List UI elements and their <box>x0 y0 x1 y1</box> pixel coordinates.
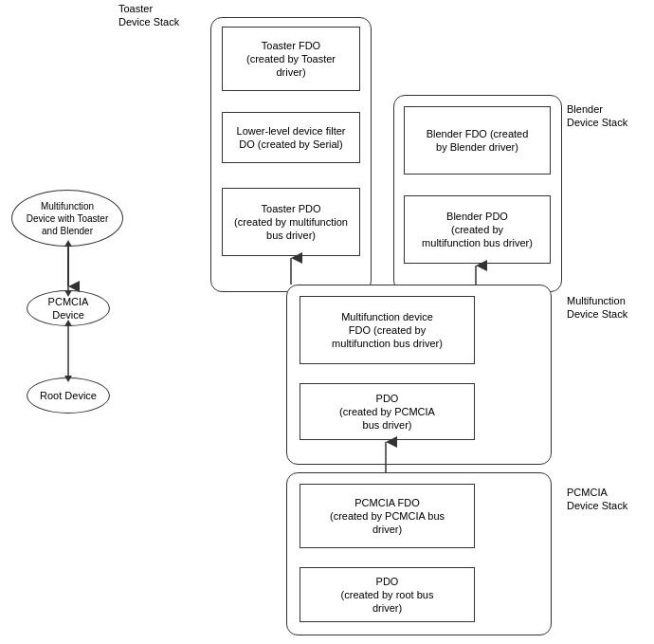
toaster-pdo-box: Toaster PDO(created by multifunctionbus … <box>222 188 360 256</box>
root-device-oval: Root Device <box>27 377 110 414</box>
pdo-pcmcia-box: PDO(created by PCMCIAbus driver) <box>300 383 475 440</box>
blender-stack-label: BlenderDevice Stack <box>567 102 643 130</box>
pcmcia-stack-label: PCMCIADevice Stack <box>567 486 643 513</box>
pcmcia-device-oval: PCMCIA Device <box>27 290 110 326</box>
multifunction-fdo-box: Multifunction deviceFDO (created bymulti… <box>300 296 475 364</box>
blender-pdo-box: Blender PDO(created bymultifunction bus … <box>404 195 551 264</box>
pcmcia-fdo-box: PCMCIA FDO(created by PCMCIA busdriver) <box>300 484 475 548</box>
lower-filter-box: Lower-level device filterDO (created by … <box>222 112 360 163</box>
blender-fdo-box: Blender FDO (createdby Blender driver) <box>404 106 551 175</box>
multifunction-device-oval: MultifunctionDevice with Toasterand Blen… <box>11 190 123 247</box>
toaster-fdo-box: Toaster FDO(created by Toasterdriver) <box>222 27 360 91</box>
toaster-stack-label: ToasterDevice Stack <box>118 2 204 29</box>
pdo-root-box: PDO(created by root busdriver) <box>300 567 475 622</box>
multifunction-stack-label: MultifunctionDevice Stack <box>567 294 643 322</box>
diagram-container: ToasterDevice Stack BlenderDevice Stack … <box>0 0 654 644</box>
